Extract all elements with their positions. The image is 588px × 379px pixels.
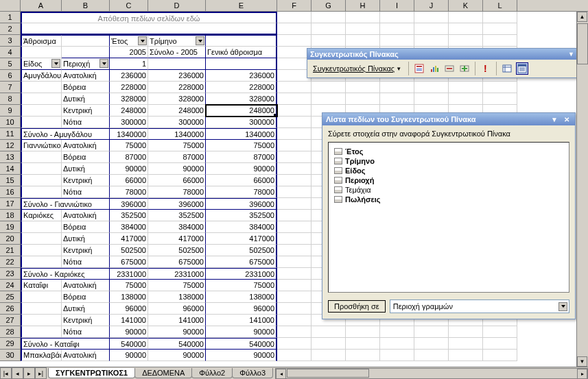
- cell[interactable]: [277, 198, 311, 210]
- cell[interactable]: [277, 128, 311, 140]
- cell[interactable]: [414, 23, 449, 35]
- value-cell[interactable]: 66000: [206, 175, 277, 186]
- chevron-down-icon[interactable]: [558, 302, 567, 311]
- cell[interactable]: [148, 58, 206, 70]
- cell[interactable]: [311, 350, 346, 361]
- cell[interactable]: [449, 12, 483, 23]
- include-hidden-icon[interactable]: [501, 62, 513, 75]
- value-cell[interactable]: 78000: [148, 186, 206, 198]
- field-list-item[interactable]: Περιοχή: [331, 175, 566, 185]
- vertical-scrollbar[interactable]: ▲ ▼: [576, 12, 588, 367]
- value-cell[interactable]: 90000: [110, 326, 148, 338]
- sheet-tab[interactable]: Φύλλο2: [191, 368, 233, 378]
- col-header[interactable]: B: [62, 0, 110, 11]
- chevron-down-icon[interactable]: [138, 36, 147, 45]
- value-cell[interactable]: 328000: [110, 93, 148, 105]
- cell[interactable]: [449, 82, 483, 93]
- region-cell[interactable]: Δυτική: [62, 303, 110, 315]
- value-cell[interactable]: 502500: [148, 245, 206, 256]
- value-cell[interactable]: 352500: [148, 210, 206, 221]
- cell[interactable]: [346, 82, 380, 93]
- cell[interactable]: [414, 93, 449, 105]
- region-cell[interactable]: Νότια: [62, 326, 110, 338]
- col-header[interactable]: A: [21, 0, 62, 11]
- cell[interactable]: [277, 186, 311, 198]
- subtotal-label[interactable]: Σύνολο - Καριόκες: [21, 268, 110, 280]
- value-cell[interactable]: 300000: [206, 117, 277, 128]
- cell[interactable]: [277, 256, 311, 268]
- value-cell[interactable]: 300000: [148, 117, 206, 128]
- kind-cell[interactable]: [21, 326, 62, 338]
- cell[interactable]: [277, 23, 311, 35]
- cell[interactable]: [380, 350, 414, 361]
- grand-total-label[interactable]: Γενικό άθροισμα: [206, 47, 277, 58]
- field-list-icon[interactable]: [516, 62, 528, 75]
- value-cell[interactable]: 236000: [148, 70, 206, 82]
- cell[interactable]: [277, 163, 311, 175]
- cell[interactable]: [277, 326, 311, 338]
- subtotal-label[interactable]: Σύνολο - Καταΐφι: [21, 338, 110, 350]
- value-cell[interactable]: 90000: [148, 163, 206, 175]
- subtotal-cell[interactable]: 2331000: [148, 268, 206, 280]
- region-cell[interactable]: Δυτική: [62, 163, 110, 175]
- value-cell[interactable]: 75000: [206, 140, 277, 151]
- value-cell[interactable]: 236000: [110, 70, 148, 82]
- cell[interactable]: [277, 151, 311, 163]
- cell[interactable]: [206, 58, 277, 70]
- value-cell[interactable]: 87000: [110, 151, 148, 163]
- cell[interactable]: [483, 23, 517, 35]
- year-value[interactable]: 2005: [110, 47, 148, 58]
- col-header[interactable]: E: [206, 0, 277, 11]
- cell[interactable]: [380, 23, 414, 35]
- row-header[interactable]: 11: [0, 128, 21, 140]
- cell[interactable]: [449, 35, 483, 47]
- value-cell[interactable]: 75000: [110, 140, 148, 151]
- value-cell[interactable]: 90000: [110, 163, 148, 175]
- total-col-label[interactable]: Σύνολο - 2005: [148, 47, 206, 58]
- pivot-toolbar[interactable]: Συγκεντρωτικός Πίνακας ▼ Συγκεντρωτικός …: [307, 48, 578, 78]
- value-cell[interactable]: 384000: [148, 221, 206, 233]
- cell[interactable]: [311, 35, 346, 47]
- close-icon[interactable]: ✕: [562, 116, 572, 123]
- cell[interactable]: [346, 326, 380, 338]
- col-header[interactable]: F: [277, 0, 311, 11]
- row-header[interactable]: 21: [0, 245, 21, 256]
- chevron-down-icon[interactable]: [99, 59, 108, 68]
- fieldlist-titlebar[interactable]: Λίστα πεδίων του Συγκεντρωτικού Πίνακα ▼…: [322, 113, 575, 125]
- row-header[interactable]: 23: [0, 268, 21, 280]
- kind-cell[interactable]: [21, 186, 62, 198]
- scroll-thumb[interactable]: [577, 23, 588, 64]
- kind-cell[interactable]: [21, 175, 62, 186]
- subtotal-cell[interactable]: 540000: [110, 338, 148, 350]
- col-header[interactable]: L: [483, 0, 517, 11]
- cell[interactable]: [21, 47, 62, 58]
- region-cell[interactable]: Ανατολική: [62, 210, 110, 221]
- col-header[interactable]: H: [346, 0, 380, 11]
- cell[interactable]: [414, 326, 449, 338]
- value-cell[interactable]: 78000: [206, 186, 277, 198]
- col-header[interactable]: I: [380, 0, 414, 11]
- kind-cell[interactable]: [21, 163, 62, 175]
- subtotal-label[interactable]: Σύνολο - Γιαννιώτικο: [21, 198, 110, 210]
- value-cell[interactable]: 384000: [206, 221, 277, 233]
- cell[interactable]: [277, 140, 311, 151]
- row-header[interactable]: 4: [0, 47, 21, 58]
- value-cell[interactable]: 138000: [206, 291, 277, 303]
- row-header[interactable]: 13: [0, 151, 21, 163]
- row-header[interactable]: 5: [0, 58, 21, 70]
- cell[interactable]: [483, 326, 517, 338]
- cell[interactable]: [483, 338, 517, 350]
- cell[interactable]: [277, 315, 311, 326]
- value-cell[interactable]: 417000: [110, 233, 148, 245]
- row-header[interactable]: 3: [0, 35, 21, 47]
- subtotal-cell[interactable]: 396000: [110, 198, 148, 210]
- row-header[interactable]: 19: [0, 221, 21, 233]
- region-cell[interactable]: Ανατολική: [62, 140, 110, 151]
- cell[interactable]: [449, 326, 483, 338]
- col-header[interactable]: K: [449, 0, 483, 11]
- pivot-data-label[interactable]: Άθροισμα: [21, 35, 62, 47]
- value-cell[interactable]: 141000: [110, 315, 148, 326]
- value-cell[interactable]: 66000: [148, 175, 206, 186]
- value-cell[interactable]: 502500: [206, 245, 277, 256]
- subtotal-cell[interactable]: 2331000: [206, 268, 277, 280]
